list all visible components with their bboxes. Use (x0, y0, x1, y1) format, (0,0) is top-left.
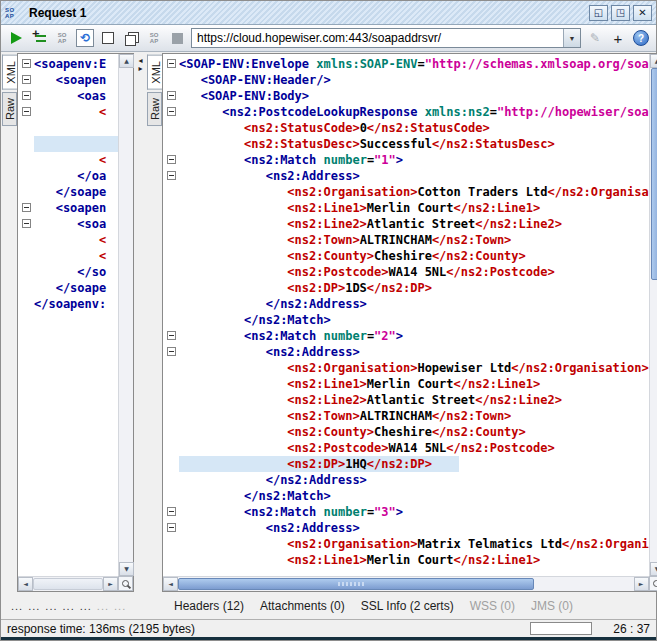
xml-line[interactable]: <ns2:Line1>Merlin Court</ns2:Line1> (163, 552, 649, 568)
xml-line[interactable]: <soapen (18, 200, 118, 216)
xml-line[interactable]: <ns2:Line1>Merlin Court</ns2:Line1> (163, 376, 649, 392)
zoom-corner-button[interactable] (118, 576, 133, 591)
tab-attachments[interactable]: Attachments (0) (260, 599, 345, 613)
chevron-down-icon[interactable]: ▼ (563, 29, 580, 47)
close-icon[interactable]: ✕ (633, 5, 652, 21)
scroll-left-icon[interactable]: ◄ (163, 577, 178, 591)
xml-line[interactable]: </oa (18, 168, 118, 184)
scroll-thumb[interactable] (651, 68, 657, 280)
collapse-left-icon[interactable]: ◂ (138, 57, 142, 64)
endpoint-combobox[interactable]: https://cloud.hopewiser.com:443/soapaddr… (191, 28, 581, 48)
collapse-minus-icon[interactable] (22, 59, 31, 68)
xml-line[interactable]: <ns2:DP>1HQ</ns2:DP> (163, 456, 649, 472)
cancel-request-button[interactable] (168, 29, 186, 47)
xml-line[interactable]: </soape (18, 184, 118, 200)
collapse-minus-icon[interactable] (22, 75, 31, 84)
xml-line[interactable]: <ns2:Organisation>Cotton Traders Ltd</ns… (163, 184, 649, 200)
restore-icon[interactable]: ◳ (611, 5, 630, 21)
help-button[interactable]: ? (632, 29, 650, 47)
xml-line[interactable]: <ns2:StatusCode>0</ns2:StatusCode> (163, 120, 649, 136)
xml-line[interactable]: </ns2:Address> (163, 472, 649, 488)
scroll-down-icon[interactable]: ▼ (650, 562, 657, 576)
vertical-scrollbar[interactable]: ▲ ▼ (649, 54, 657, 576)
collapse-minus-icon[interactable] (167, 107, 176, 116)
collapse-minus-icon[interactable] (167, 59, 176, 68)
xml-line[interactable]: <soapenv:E (18, 56, 118, 72)
horizontal-scrollbar[interactable]: ◄ ► (163, 576, 649, 591)
request-tab[interactable]: ... (114, 600, 126, 612)
xml-line[interactable]: </soape (18, 280, 118, 296)
xml-line[interactable]: </so (18, 264, 118, 280)
scroll-track[interactable] (178, 577, 634, 591)
xml-line[interactable]: <ns2:Postcode>WA14 5NL</ns2:Postcode> (163, 440, 649, 456)
soap-headers-button[interactable]: SOAP (145, 29, 163, 47)
scroll-right-icon[interactable]: ► (634, 577, 649, 591)
scroll-right-icon[interactable]: ► (103, 577, 118, 591)
tab-headers[interactable]: Headers (12) (174, 599, 244, 613)
xml-line[interactable]: <ns2:County>Cheshire</ns2:County> (163, 424, 649, 440)
xml-line[interactable]: <ns2:Organisation>Hopewiser Ltd</ns2:Org… (163, 360, 649, 376)
submit-request-button[interactable] (7, 29, 25, 47)
request-tab[interactable]: ... (11, 600, 23, 612)
zoom-corner-button[interactable] (649, 576, 657, 591)
xml-line[interactable]: < (18, 104, 118, 120)
xml-line[interactable]: <SOAP-ENV:Envelope xmlns:SOAP-ENV="http:… (163, 56, 649, 72)
pane-splitter[interactable]: ◂ ▸ (134, 53, 147, 592)
request-xml-editor[interactable]: <soapenv:E <soapen <oas < < </oa </soape… (18, 54, 118, 576)
tab-ssl-info[interactable]: SSL Info (2 certs) (361, 599, 454, 613)
xml-line[interactable]: <SOAP-ENV:Header/> (163, 72, 649, 88)
xml-line[interactable]: <ns2:Address> (163, 520, 649, 536)
xml-line[interactable]: <SOAP-ENV:Body> (163, 88, 649, 104)
xml-line[interactable]: <ns2:Line1>Merlin Court</ns2:Line1> (163, 200, 649, 216)
xml-line[interactable]: <ns2:PostcodeLookupResponse xmlns:ns2="h… (163, 104, 649, 120)
request-tab[interactable]: ... (80, 600, 92, 612)
xml-line[interactable] (18, 136, 118, 152)
scroll-left-icon[interactable]: ◄ (18, 577, 33, 591)
scroll-thumb[interactable] (33, 578, 103, 590)
scroll-track[interactable] (119, 68, 133, 562)
horizontal-scrollbar[interactable]: ◄ ► (18, 576, 118, 591)
recreate-request-button[interactable]: ⟲ (76, 29, 94, 47)
edit-endpoint-button[interactable]: ✎ (586, 29, 604, 47)
xml-line[interactable] (18, 120, 118, 136)
scroll-thumb[interactable] (178, 578, 534, 590)
xml-line[interactable]: <ns2:Town>ALTRINCHAM</ns2:Town> (163, 408, 649, 424)
xml-line[interactable]: </ns2:Match> (163, 488, 649, 504)
clone-request-button[interactable] (122, 29, 140, 47)
collapse-minus-icon[interactable] (167, 347, 176, 356)
scroll-track[interactable] (33, 577, 103, 591)
xml-line[interactable]: <ns2:Match number="1"> (163, 152, 649, 168)
xml-line[interactable]: < (18, 152, 118, 168)
collapse-right-icon[interactable]: ▸ (138, 65, 142, 72)
vertical-scrollbar[interactable]: ▲ ▼ (118, 54, 133, 576)
xml-line[interactable]: <ns2:County>Cheshire</ns2:County> (163, 248, 649, 264)
xml-line[interactable]: <ns2:StatusDesc>Successful</ns2:StatusDe… (163, 136, 649, 152)
scroll-track[interactable] (650, 68, 657, 562)
create-empty-button[interactable] (99, 29, 117, 47)
collapse-minus-icon[interactable] (167, 171, 176, 180)
xml-line[interactable]: <ns2:Match number="3"> (163, 504, 649, 520)
xml-line[interactable]: <ns2:DP>1DS</ns2:DP> (163, 280, 649, 296)
request-tab[interactable]: ... (45, 600, 57, 612)
response-xml-editor[interactable]: <SOAP-ENV:Envelope xmlns:SOAP-ENV="http:… (163, 54, 649, 576)
tab-raw[interactable]: Raw (2, 92, 17, 126)
xml-line[interactable]: </ns2:Address> (163, 296, 649, 312)
request-tab[interactable]: ... (97, 600, 109, 612)
collapse-minus-icon[interactable] (22, 91, 31, 100)
xml-line[interactable]: <ns2:Line2>Atlantic Street</ns2:Line2> (163, 392, 649, 408)
tab-xml[interactable]: XML (2, 55, 17, 90)
xml-line[interactable]: <soa (18, 216, 118, 232)
add-endpoint-button[interactable]: + (609, 29, 627, 47)
tab-xml[interactable]: XML (147, 55, 162, 90)
endpoint-url[interactable]: https://cloud.hopewiser.com:443/soapaddr… (192, 31, 563, 45)
xml-line[interactable]: <oas (18, 88, 118, 104)
xml-line[interactable]: </ns2:Match> (163, 312, 649, 328)
xml-line[interactable]: <ns2:Organisation>Matrix Telmatics Ltd</… (163, 536, 649, 552)
xml-line[interactable]: <ns2:Address> (163, 168, 649, 184)
collapse-minus-icon[interactable] (167, 507, 176, 516)
xml-line[interactable]: <ns2:Match number="2"> (163, 328, 649, 344)
xml-line[interactable]: < (18, 232, 118, 248)
collapse-minus-icon[interactable] (22, 219, 31, 228)
create-soap-request-button[interactable]: SOAP (53, 29, 71, 47)
xml-line[interactable]: <ns2:Postcode>WA14 5NL</ns2:Postcode> (163, 264, 649, 280)
